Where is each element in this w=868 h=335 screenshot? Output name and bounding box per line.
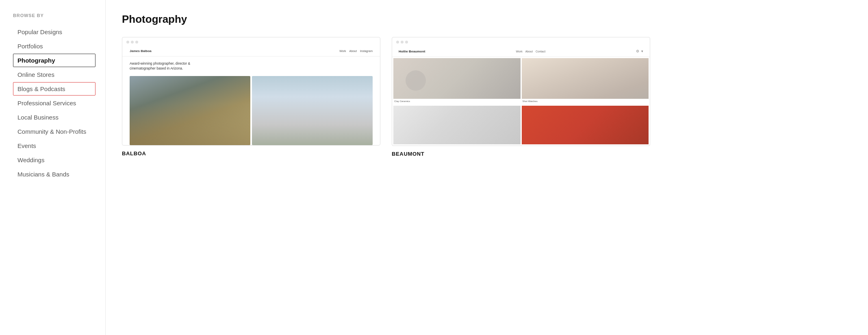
dot-1 xyxy=(126,41,129,44)
balboa-images xyxy=(130,76,373,145)
beaumont-header: Hollie Beaumont Work About Contact ⚙ ▾ xyxy=(392,45,650,57)
settings-icon: ⚙ xyxy=(636,49,639,53)
template-card-beaumont[interactable]: Hollie Beaumont Work About Contact ⚙ ▾ xyxy=(392,37,650,157)
chevron-icon: ▾ xyxy=(641,49,643,53)
template-card-balboa[interactable]: James Balboa Work About Instagram Award-… xyxy=(122,37,380,157)
beaumont-grid-cell-2: Shot Watches xyxy=(522,58,649,104)
balboa-site-name: James Balboa xyxy=(130,49,152,53)
main-content: Photography James Balboa Work xyxy=(106,0,868,335)
beaumont-header-icons: ⚙ ▾ xyxy=(636,49,643,53)
dot-3 xyxy=(135,41,138,44)
browse-by-label: BROWSE BY xyxy=(13,13,95,18)
sidebar-nav: Popular DesignsPortfoliosPhotographyOnli… xyxy=(13,25,95,181)
beaumont-grid-cell-1: Clay Ceramics xyxy=(393,58,521,104)
dot-6 xyxy=(405,41,408,44)
beaumont-image-4 xyxy=(522,106,649,144)
sidebar-item-blogs-podcasts[interactable]: Blogs & Podcasts xyxy=(13,82,95,96)
beaumont-image-3 xyxy=(393,106,521,144)
balboa-image-left xyxy=(130,76,250,145)
balboa-header: James Balboa Work About Instagram xyxy=(122,45,380,57)
beaumont-nav: Work About Contact xyxy=(516,50,545,53)
page-layout: BROWSE BY Popular DesignsPortfoliosPhoto… xyxy=(0,0,868,335)
balboa-image-right xyxy=(252,76,373,145)
beaumont-site-name: Hollie Beaumont xyxy=(399,50,425,53)
template-preview-beaumont: Hollie Beaumont Work About Contact ⚙ ▾ xyxy=(392,37,650,146)
sidebar-item-musicians-bands[interactable]: Musicians & Bands xyxy=(13,168,95,181)
templates-grid: James Balboa Work About Instagram Award-… xyxy=(122,37,650,157)
sidebar-item-popular-designs[interactable]: Popular Designs xyxy=(13,25,95,39)
beaumont-caption-2: Shot Watches xyxy=(522,99,649,104)
dot-5 xyxy=(401,41,404,44)
sidebar-item-local-business[interactable]: Local Business xyxy=(13,111,95,124)
beaumont-caption-1: Clay Ceramics xyxy=(393,99,521,104)
window-controls-balboa xyxy=(122,37,380,45)
balboa-nav: Work About Instagram xyxy=(339,50,373,52)
beaumont-grid-cell-4 xyxy=(522,106,649,144)
dot-4 xyxy=(396,41,399,44)
sidebar-item-events[interactable]: Events xyxy=(13,139,95,152)
beaumont-mockup: Hollie Beaumont Work About Contact ⚙ ▾ xyxy=(392,45,650,146)
sidebar: BROWSE BY Popular DesignsPortfoliosPhoto… xyxy=(0,0,106,335)
template-preview-balboa: James Balboa Work About Instagram Award-… xyxy=(122,37,380,146)
sidebar-item-portfolios[interactable]: Portfolios xyxy=(13,39,95,53)
balboa-body: Award-winning photographer, director &ci… xyxy=(122,57,380,145)
page-title: Photography xyxy=(122,13,852,26)
window-controls-beaumont xyxy=(392,37,650,45)
beaumont-template-name: BEAUMONT xyxy=(392,151,650,157)
sidebar-item-community-nonprofits[interactable]: Community & Non-Profits xyxy=(13,125,95,138)
dot-2 xyxy=(131,41,134,44)
balboa-template-name: BALBOA xyxy=(122,150,380,157)
beaumont-grid-cell-3 xyxy=(393,106,521,144)
sidebar-item-photography[interactable]: Photography xyxy=(13,54,95,67)
sidebar-item-professional-services[interactable]: Professional Services xyxy=(13,96,95,110)
beaumont-image-2 xyxy=(522,58,649,99)
balboa-mockup: James Balboa Work About Instagram Award-… xyxy=(122,45,380,145)
sidebar-item-weddings[interactable]: Weddings xyxy=(13,153,95,167)
beaumont-image-1 xyxy=(393,58,521,99)
sidebar-item-online-stores[interactable]: Online Stores xyxy=(13,68,95,81)
balboa-tagline: Award-winning photographer, director &ci… xyxy=(130,61,373,71)
beaumont-image-grid: Clay Ceramics Shot Watches xyxy=(392,57,650,146)
